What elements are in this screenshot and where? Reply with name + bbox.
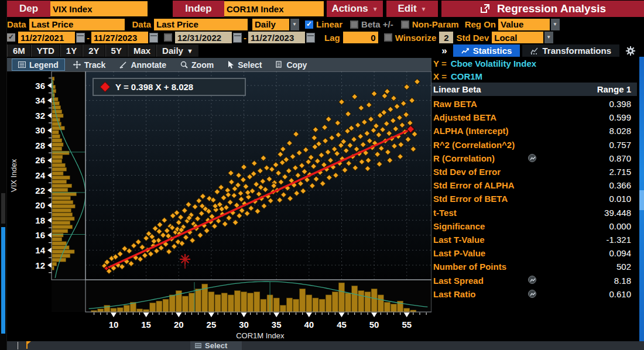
indep-field-input[interactable]: Last Price — [154, 19, 248, 30]
edit-menu-button[interactable]: Edit▼ — [386, 1, 438, 17]
chart-popup-icon[interactable] — [528, 290, 536, 298]
regon-select[interactable]: Value — [498, 19, 550, 30]
stats-section-header: Linear Beta Range 1 — [431, 83, 637, 96]
svg-text:15: 15 — [141, 320, 151, 330]
stat-value: 0.000 — [609, 221, 631, 231]
stat-label: Last Spread — [433, 276, 484, 286]
period-ytd-button[interactable]: YTD — [31, 44, 60, 57]
gear-icon[interactable] — [625, 46, 636, 56]
frequency-select[interactable]: Daily — [252, 19, 289, 30]
svg-text:35: 35 — [272, 320, 282, 330]
chart-popup-icon[interactable] — [528, 276, 536, 284]
regression-chart[interactable]: 12141618202224262830323436VIX Index10152… — [7, 71, 431, 341]
x-series-line: X = COR1M — [433, 70, 482, 83]
scrollbar-thumb[interactable] — [639, 190, 644, 210]
zoom-button[interactable]: Zoom — [174, 59, 220, 71]
period-max-button[interactable]: Max — [128, 44, 156, 57]
svg-text:30: 30 — [35, 125, 45, 135]
stat-value: 2.715 — [609, 167, 631, 177]
stat-value: 0.366 — [609, 180, 631, 190]
copy-button[interactable]: Copy — [270, 59, 313, 71]
winsorize-input[interactable]: 2 — [439, 32, 453, 43]
stat-value: 0.010 — [609, 194, 631, 204]
track-button[interactable]: Track — [67, 59, 112, 71]
stat-row: Significance0.000 — [431, 219, 637, 233]
range2-end-date[interactable]: 11/27/2023 — [248, 32, 305, 43]
data1-label: Data — [7, 19, 26, 29]
copy-icon — [276, 61, 283, 68]
more-panels-button[interactable]: » — [441, 45, 447, 57]
dep-field-input[interactable]: Last Price — [29, 19, 125, 30]
svg-text:45: 45 — [337, 320, 347, 330]
range1-end-date[interactable]: 11/27/2023 — [91, 32, 148, 43]
stats-rows: Raw BETA0.398Adjusted BETA0.599ALPHA (In… — [431, 97, 637, 301]
select-button[interactable]: Select — [222, 59, 268, 71]
range1-start-date[interactable]: 11/27/2021 — [18, 32, 75, 43]
period-1y-button[interactable]: 1Y — [60, 44, 83, 57]
legend-button[interactable]: Legend — [12, 59, 65, 71]
tab-statistics[interactable]: Statistics — [453, 44, 520, 57]
stddev-label: Std Dev — [456, 33, 489, 43]
annotate-button[interactable]: Annotate — [114, 59, 172, 71]
calendar-icon[interactable] — [149, 33, 158, 43]
statistics-panel: Y = Cboe Volatility Index X = COR1M Line… — [431, 57, 639, 350]
stat-value: 0.599 — [609, 112, 631, 122]
transformations-icon — [530, 47, 539, 54]
stat-row: Adjusted BETA0.599 — [431, 111, 637, 124]
linear-label: Linear — [316, 19, 342, 29]
stddev-dropdown-arrow[interactable] — [544, 32, 553, 43]
regon-label: Reg On — [465, 19, 496, 29]
beta-checkbox[interactable] — [350, 20, 358, 29]
stddev-select[interactable]: Local — [492, 32, 543, 43]
date-separator: - — [85, 33, 91, 43]
regon-dropdown-arrow[interactable] — [551, 19, 560, 30]
period-6m-button[interactable]: 6M — [7, 44, 31, 57]
period-2y-button[interactable]: 2Y — [83, 44, 105, 57]
range2-checkbox[interactable] — [164, 33, 172, 42]
stat-label: t-Test — [433, 208, 457, 218]
stat-label: Last P-Value — [433, 248, 485, 258]
stat-row: Raw BETA0.398 — [431, 97, 637, 111]
bottom-select-button[interactable]: Select — [190, 341, 242, 350]
edge-gray-mark — [1, 193, 5, 224]
chart-legend[interactable]: Y = 0.398 X + 8.028 — [93, 78, 246, 96]
period-5y-button[interactable]: 5Y — [105, 44, 128, 57]
calendar-icon[interactable] — [76, 33, 85, 43]
winsorize-checkbox[interactable] — [384, 33, 392, 42]
indep-ticker-input[interactable]: COR1M Index — [224, 1, 324, 16]
svg-text:25: 25 — [207, 320, 217, 330]
period-frequency-button[interactable]: Daily ▼ — [156, 44, 199, 57]
actions-menu-button[interactable]: Actions▼ — [327, 1, 383, 17]
calendar-icon[interactable] — [306, 33, 315, 43]
stat-label: R^2 (Correlation^2) — [433, 140, 515, 150]
stat-row: ALPHA (Intercept)8.028 — [431, 124, 637, 138]
lag-label: Lag — [324, 33, 340, 43]
export-icon[interactable] — [479, 4, 490, 14]
stat-value: 0.757 — [609, 140, 631, 150]
chart-toolbar: Legend Track Annotate Zoom — [7, 58, 431, 71]
dep-ticker-input[interactable]: VIX Index — [50, 1, 148, 16]
range2-start-date[interactable]: 12/31/2022 — [175, 32, 232, 43]
chart-popup-icon[interactable] — [528, 154, 536, 162]
y-axis: 12141618202224262830323436VIX Index — [9, 78, 52, 273]
calendar-icon[interactable] — [233, 33, 242, 43]
stat-value: -1.321 — [606, 235, 631, 245]
stat-row: Last Spread8.18 — [431, 273, 637, 287]
stat-label: Last T-Value — [433, 235, 485, 245]
stat-label: Last Ratio — [433, 289, 476, 299]
dep-label: Dep — [7, 1, 50, 17]
frequency-dropdown-arrow[interactable] — [290, 19, 299, 30]
range1-checkbox[interactable] — [7, 33, 15, 42]
lag-input[interactable]: 0 — [343, 32, 378, 43]
stat-value: 8.028 — [609, 126, 631, 136]
regression-analysis-screen: Dep VIX Index Indep COR1M Index Actions▼… — [0, 0, 644, 350]
nonparam-checkbox[interactable] — [401, 20, 409, 29]
linear-checkbox[interactable] — [305, 20, 313, 29]
cursor-arrow-icon — [228, 61, 234, 68]
regression-equation: Y = 0.398 X + 8.028 — [115, 82, 193, 92]
tab-transformations[interactable]: Transformations — [522, 44, 619, 57]
svg-text:22: 22 — [35, 186, 45, 195]
stat-value: 0.398 — [609, 99, 631, 109]
chart-canvas[interactable]: 12141618202224262830323436VIX Index10152… — [7, 71, 431, 341]
right-scrollbar[interactable] — [639, 57, 644, 350]
